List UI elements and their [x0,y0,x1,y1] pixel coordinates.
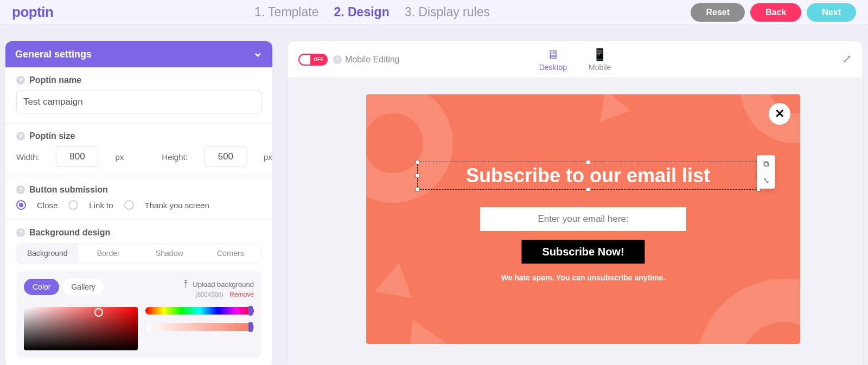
mobile-editing-label: Mobile Editing [345,55,400,65]
radio-thankyou[interactable] [124,200,134,210]
help-icon[interactable]: ? [333,55,342,64]
stage: ✕ Subscribe to our email list ⧉ ⤡ [288,78,863,365]
decor-shape [697,279,800,344]
canvas-toolbar: OFF ? Mobile Editing 🖥Desktop 📱Mobile ⤢ [288,41,863,78]
radio-close-label: Close [37,201,58,210]
email-input[interactable] [480,207,686,231]
height-input[interactable] [204,146,247,167]
back-button[interactable]: Back [750,3,801,22]
decor-shape [590,94,630,122]
decor-shape [393,310,448,344]
upload-label: Upload background [193,280,254,289]
popup-preview[interactable]: ✕ Subscribe to our email list ⧉ ⤡ [366,94,800,344]
size-label: Poptin size [29,131,75,141]
px-label: px [116,152,124,162]
bg-options: Color Gallery ⭱Upload background (800X50… [16,271,261,358]
upload-background[interactable]: ⭱Upload background (800X500) Remove [182,279,254,299]
header-buttons: Reset Back Next [691,3,856,22]
bg-design-label: Background design [29,228,110,238]
popup-close-button[interactable]: ✕ [769,103,790,125]
step-display-rules[interactable]: 3. Display rules [405,5,490,20]
canvas-pane: OFF ? Mobile Editing 🖥Desktop 📱Mobile ⤢ … [288,41,863,365]
next-button[interactable]: Next [807,3,856,22]
expand-element-icon[interactable]: ⤡ [757,172,775,188]
radio-close[interactable] [16,200,26,210]
radio-linkto[interactable] [68,200,78,210]
section-background-design: ?Background design Background Border Sha… [5,220,272,365]
seg-color[interactable]: Color [24,279,59,295]
spam-note: We hate spam. You can unsubscribe anytim… [366,273,800,282]
bg-tabs: Background Border Shadow Corners [16,243,261,264]
panel-header-general[interactable]: General settings [5,41,272,67]
wizard-steps: 1. Template 2. Design 3. Display rules [64,5,680,20]
section-poptin-size: ?Poptin size Width: px Height: px [5,123,272,177]
fullscreen-icon[interactable]: ⤢ [842,52,852,66]
resize-handle[interactable] [416,160,420,164]
help-icon[interactable]: ? [16,76,25,85]
top-bar: poptin 1. Template 2. Design 3. Display … [0,0,868,25]
width-label: Width: [16,152,40,162]
resize-handle[interactable] [586,160,590,164]
px-label: px [264,152,272,162]
alpha-slider[interactable] [145,323,254,331]
mobile-icon: 📱 [589,48,611,62]
poptin-name-input[interactable] [16,91,261,113]
resize-handle[interactable] [416,187,420,191]
device-desktop[interactable]: 🖥Desktop [539,48,567,72]
name-label: Poptin name [29,75,81,85]
duplicate-icon[interactable]: ⧉ [757,156,775,172]
headline-text[interactable]: Subscribe to our email list [423,164,753,187]
upload-icon: ⭱ [182,279,190,289]
submission-label: Button submission [29,185,108,195]
hue-slider[interactable] [145,307,254,315]
settings-panel: General settings ?Poptin name ?Poptin si… [5,41,272,365]
subscribe-button[interactable]: Subscribe Now! [521,240,644,264]
step-design[interactable]: 2. Design [334,5,389,20]
reset-button[interactable]: Reset [691,3,745,22]
height-label: Height: [162,152,188,162]
seg-gallery[interactable]: Gallery [62,279,104,295]
tab-border[interactable]: Border [78,244,139,263]
section-poptin-name: ?Poptin name [5,67,272,123]
help-icon[interactable]: ? [16,185,25,194]
mobile-editing-toggle[interactable]: OFF [298,54,328,66]
tab-corners[interactable]: Corners [200,244,261,263]
help-icon[interactable]: ? [16,132,25,140]
resize-handle[interactable] [586,187,590,191]
brand-logo: poptin [12,4,53,21]
toggle-off-label: OFF [314,56,323,62]
desktop-icon: 🖥 [539,48,567,62]
step-template[interactable]: 1. Template [254,5,318,20]
help-icon[interactable]: ? [16,228,25,237]
radio-thankyou-label: Thank you screen [145,201,209,210]
headline-selected[interactable]: Subscribe to our email list [417,162,759,190]
tab-background[interactable]: Background [17,244,78,263]
color-saturation[interactable] [24,307,138,350]
remove-bg[interactable]: Remove [229,291,254,298]
width-input[interactable] [56,146,99,167]
section-button-submission: ?Button submission Close Link to Thank y… [5,177,272,220]
device-mobile[interactable]: 📱Mobile [589,48,611,72]
tab-shadow[interactable]: Shadow [139,244,200,263]
resize-handle[interactable] [416,174,420,178]
element-tools: ⧉ ⤡ [757,155,775,189]
radio-linkto-label: Link to [89,201,113,210]
upload-dim: (800X500) [195,291,223,298]
